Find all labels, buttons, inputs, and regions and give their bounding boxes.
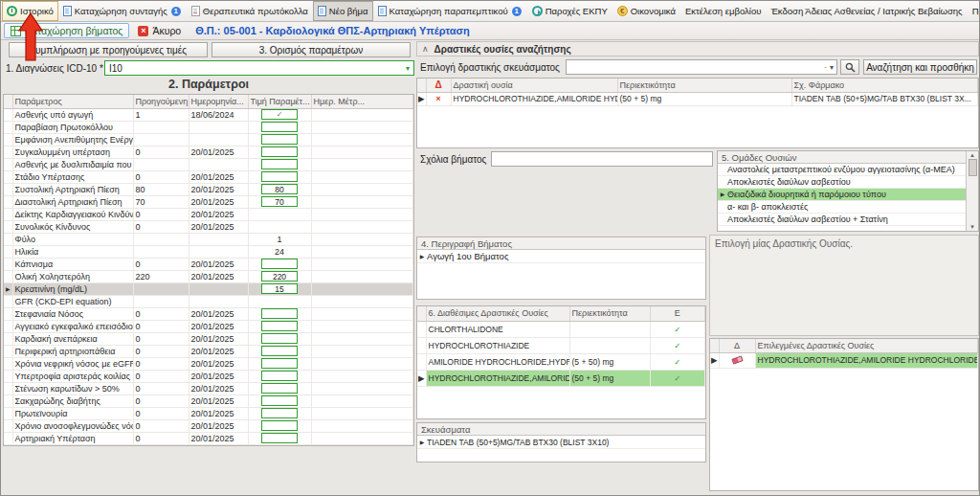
col-available-substances[interactable]: 6. Διαθέσιμες Δραστικές Ουσίες [426, 306, 569, 321]
search-and-add-button[interactable]: Αναζήτηση και προσθήκη [863, 59, 977, 75]
tab-katachorisi-syntagis[interactable]: Καταχώρηση συνταγής1 [58, 1, 187, 21]
step-description-header[interactable]: 4. Περιγραφή Βήματος [417, 237, 705, 250]
param-row[interactable]: GFR (CKD-EPI equation) [4, 295, 413, 307]
col-parameter[interactable]: Παράμετρος [12, 95, 133, 108]
param-value-input[interactable] [261, 395, 298, 406]
groups-scrollbar[interactable]: ▲ ▼ [966, 151, 978, 231]
col-selected-substances[interactable]: Επιλεγμένες Δραστικές Ουσίες [755, 339, 978, 352]
substance-group-item[interactable]: Αναστολείς μεταστρεπτικού ενζύμου αγγειο… [718, 164, 966, 176]
param-row[interactable]: Περιφερική αρτηριοπάθεια020/01/2025 [4, 345, 413, 357]
param-value-input[interactable] [261, 171, 298, 182]
tab-therapeutika-protokolla[interactable]: Θεραπευτικά πρωτόκολλα [187, 1, 313, 21]
substance-groups-header[interactable]: 5. Ομάδες Ουσιών [718, 151, 966, 164]
param-value-input[interactable]: 15 [261, 283, 298, 294]
step-description-row[interactable]: ▶Αγωγή 1ου Βήματος [417, 250, 705, 263]
substance-group-item[interactable]: Αποκλειστές διαύλων ασβεστίου [718, 176, 966, 189]
substance-row[interactable]: ▶×HYDROCHLOROTHIAZIDE,AMILORIDE HYDROCHL… [417, 92, 978, 105]
col-previous-value[interactable]: Προηγούμενη τιμή [133, 95, 189, 108]
param-value-input[interactable] [261, 358, 298, 369]
substances-section-header[interactable]: ∧ Δραστικές ουσίες αναζήτησης [416, 41, 979, 56]
cancel-button[interactable]: Άκυρο [131, 23, 188, 38]
param-value-input[interactable] [261, 134, 298, 145]
param-row[interactable]: Πρωτεϊνουρία020/01/2025 [4, 407, 413, 419]
collapse-icon[interactable]: ∧ [422, 44, 429, 54]
param-row[interactable]: Ηλικία24 [4, 245, 413, 258]
param-row[interactable]: Συνολικός Κίνδυνος020/01/2025 [4, 220, 413, 233]
param-row[interactable]: Αρτηριακή Υπέρταση020/01/2025 [4, 432, 413, 444]
available-substance-row[interactable]: HYDROCHLOROTHIAZIDE✓ [417, 337, 705, 353]
define-parameters-button[interactable]: 3. Ορισμός παραμέτρων [212, 42, 411, 57]
scroll-down-icon[interactable]: ▼ [969, 224, 975, 230]
col-strength[interactable]: Περιεκτικότητα [617, 79, 791, 92]
tab-prosopikos-iatros[interactable]: Προσωπικός Ιατρός [968, 1, 979, 21]
param-value-input[interactable] [261, 383, 298, 394]
param-row[interactable]: Συγκαλυμμένη υπέρταση020/01/2025 [4, 146, 413, 158]
param-row[interactable]: Διαστολική Αρτηριακή Πίεση7020/01/202570 [4, 195, 413, 208]
param-row[interactable]: Παραβίαση Πρωτοκόλλου [4, 121, 413, 133]
param-row[interactable]: Χρόνιο ανοσοφλεγμονώδες νόσημα020/01/202… [4, 419, 413, 432]
param-row[interactable]: ▶Κρεατινίνη (mg/dL)15 [4, 282, 413, 295]
param-checkbox[interactable]: ✓ [261, 109, 298, 120]
param-value-input[interactable] [261, 346, 298, 356]
param-value-input[interactable]: 220 [261, 271, 298, 282]
formulations-header[interactable]: Σκευάσματα [417, 423, 705, 436]
param-value-input[interactable] [261, 308, 298, 319]
param-value-input[interactable]: 70 [261, 196, 298, 207]
param-value-input[interactable] [261, 371, 298, 381]
col-date[interactable]: Ημερομηνία... [189, 95, 248, 108]
param-row[interactable]: Συστολική Αρτηριακή Πίεση8020/01/202580 [4, 183, 413, 195]
param-row[interactable]: Στεφανιαία Νόσος020/01/2025 [4, 307, 413, 320]
param-row[interactable]: Σακχαρώδης διαβήτης020/01/2025 [4, 395, 413, 407]
param-value-input[interactable] [261, 433, 298, 443]
col-approved[interactable]: Ε [650, 306, 705, 321]
col-measure-date[interactable]: Ημερ. Μέτρ... [311, 95, 413, 108]
scrollbar-thumb[interactable] [969, 159, 977, 176]
param-value-input[interactable] [261, 159, 298, 169]
tab-ektelesi-emvoliou[interactable]: Εκτέλεση εμβολίου [680, 1, 766, 21]
param-value-input[interactable] [261, 122, 298, 132]
param-row[interactable]: Στάδιο Υπέρτασης020/01/2025 [4, 170, 413, 183]
substance-group-item[interactable]: ▶Θειαζιδικά διουρητικά ή παρόμοιου τύπου [718, 189, 966, 201]
col-drug[interactable]: Σχ. Φάρμακο [791, 79, 978, 92]
tab-oikonomika[interactable]: Οικονομικά [612, 1, 680, 21]
delete-substance-button[interactable]: × [426, 92, 451, 105]
col-strength[interactable]: Περιεκτικότητα [569, 306, 650, 321]
substance-search-combobox[interactable]: - ▾ [566, 59, 837, 75]
step-comments-input[interactable] [491, 151, 713, 167]
diagnosis-combobox[interactable]: I10 ▾ [104, 60, 414, 76]
param-value-input[interactable] [261, 321, 298, 331]
available-substance-row[interactable]: ▶HYDROCHLOROTHIAZIDE,AMILORIDE HYDR...(5… [417, 370, 705, 386]
param-row[interactable]: Εμφάνιση Ανεπιθύμητης Ενέργειας [4, 133, 413, 146]
chevron-down-icon[interactable]: ▾ [830, 63, 834, 72]
param-row[interactable]: Χρόνια νεφρική νόσος με eGFR <30 mL/...0… [4, 357, 413, 370]
available-substance-row[interactable]: AMILORIDE HYDROCHLORIDE,HYDROCHLO...(5 +… [417, 353, 705, 370]
param-value-input[interactable] [261, 408, 298, 418]
col-delete[interactable]: Δ [426, 79, 451, 92]
param-row[interactable]: Κάπνισμα020/01/2025 [4, 258, 413, 270]
param-value-input[interactable] [261, 420, 298, 431]
tab-neo-vima[interactable]: Νέο βήμα [313, 1, 373, 21]
param-row[interactable]: Ολική Χοληστερόλη22020/01/2025220 [4, 270, 413, 282]
param-value-input[interactable]: 80 [261, 184, 298, 194]
tab-paroxes-ekpy[interactable]: Παροχές ΕΚΠΥ [527, 1, 612, 21]
col-delete[interactable]: Δ [719, 339, 755, 352]
param-row[interactable]: Υπερτροφία αριστεράς κοιλίας020/01/2025 [4, 370, 413, 382]
param-row[interactable]: Καρδιακή ανεπάρκεια020/01/2025 [4, 332, 413, 345]
chevron-down-icon[interactable]: ▾ [406, 64, 410, 73]
param-value-input[interactable] [261, 333, 298, 344]
scroll-up-icon[interactable]: ▲ [969, 152, 975, 158]
param-row[interactable]: Στένωση καρωτίδων > 50%020/01/2025 [4, 382, 413, 395]
substance-search-input[interactable] [569, 61, 824, 73]
col-substance[interactable]: Δραστική ουσία [451, 79, 617, 92]
substance-group-item[interactable]: Αποκλειστές διαύλων ασβεστίου + Στατίνη [718, 214, 966, 226]
available-substance-row[interactable]: CHLORTHALIDONE✓ [417, 321, 705, 337]
param-row[interactable]: Αγγειακό εγκεφαλικό επεισόδιο020/01/2025 [4, 320, 413, 332]
formulation-row[interactable]: ▶TIADEN TAB (50+5)MG/TAB BTX30 (BLIST 3X… [417, 436, 705, 449]
param-row[interactable]: Ασθενής υπό αγωγή118/06/2024✓ [4, 108, 413, 121]
col-param-value[interactable]: Τιμή Παραμέτ... [248, 95, 311, 108]
substance-group-item[interactable]: α- και β- αποκλειστές [718, 201, 966, 214]
param-row[interactable]: Ασθενής με δυσλιπιδαιμία που χρήζει αγ..… [4, 158, 413, 170]
tab-ekdosi-adeias[interactable]: Έκδοση Άδειας Ασθενείας / Ιατρικής Βεβαί… [766, 1, 967, 21]
param-row[interactable]: Φύλο1 [4, 233, 413, 245]
param-row[interactable]: Δείκτης Καρδιαγγειακού Κινδύνου (HELLEN.… [4, 208, 413, 220]
